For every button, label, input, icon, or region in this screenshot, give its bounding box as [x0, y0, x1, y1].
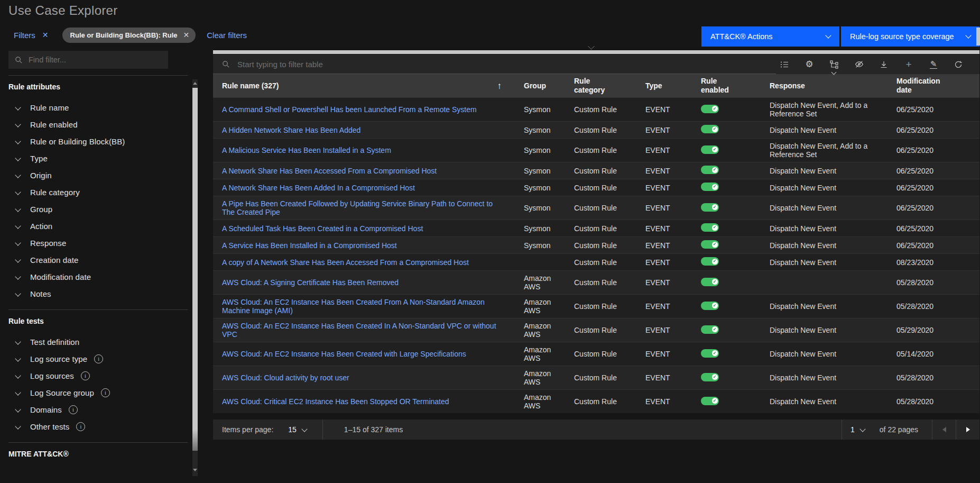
- info-icon[interactable]: i: [81, 371, 90, 380]
- add-icon[interactable]: +: [900, 56, 917, 73]
- column-header-type[interactable]: Type: [637, 81, 692, 90]
- chevron-down-icon[interactable]: [301, 426, 307, 432]
- column-header-rule-name[interactable]: Rule name (327)↑: [213, 81, 515, 90]
- edit-icon[interactable]: ✎: [925, 56, 942, 73]
- rule-name-link[interactable]: A Network Share Has Been Accessed From a…: [222, 167, 437, 175]
- cell-response: Dispatch New Event: [761, 370, 888, 385]
- column-header-modification-date[interactable]: Modification date: [888, 77, 979, 95]
- sidebar-filter-item[interactable]: Action: [8, 217, 188, 234]
- rule-enabled-toggle[interactable]: ✓: [701, 302, 719, 310]
- sidebar-filter-item[interactable]: Log source typei: [8, 350, 188, 367]
- rule-enabled-toggle[interactable]: ✓: [701, 257, 719, 266]
- column-header-response[interactable]: Response: [761, 81, 888, 90]
- previous-page-button[interactable]: [932, 420, 956, 440]
- rule-enabled-toggle[interactable]: ✓: [701, 166, 719, 174]
- coverage-dropdown[interactable]: Rule-log source type coverage: [841, 26, 979, 47]
- sidebar-filter-item[interactable]: Origin: [8, 167, 188, 184]
- sort-ascending-icon[interactable]: ↑: [497, 81, 502, 90]
- filter-tag[interactable]: Rule or Building Block(BB): Rule ✕: [62, 28, 196, 43]
- rule-enabled-toggle[interactable]: ✓: [701, 125, 719, 133]
- rule-name-link[interactable]: A Scheduled Task Has Been Created in a C…: [222, 224, 423, 233]
- rule-enabled-toggle[interactable]: ✓: [701, 145, 719, 154]
- rule-enabled-toggle[interactable]: ✓: [701, 240, 719, 249]
- sidebar-filter-item[interactable]: Test definition: [8, 333, 188, 350]
- info-icon[interactable]: i: [94, 354, 103, 363]
- find-filter-input[interactable]: Find filter...: [8, 51, 168, 69]
- list-icon[interactable]: [776, 56, 793, 73]
- cell-group: Amazon AWS: [515, 342, 566, 366]
- sidebar-scrollbar[interactable]: [192, 79, 198, 476]
- clear-filters-link[interactable]: Clear filters: [207, 31, 247, 40]
- sidebar-filter-item[interactable]: Log Source groupi: [8, 384, 188, 401]
- rule-name-link[interactable]: A Service Has Been Installed in a Compro…: [222, 241, 397, 250]
- sidebar-filter-item[interactable]: Type: [8, 150, 188, 167]
- download-icon[interactable]: [875, 56, 892, 73]
- cell-rule-category: Custom Rule: [566, 370, 637, 385]
- scrollbar-down-arrow-icon[interactable]: [193, 469, 197, 471]
- page-size-value[interactable]: 15: [288, 425, 297, 434]
- table-filter-input[interactable]: Start typing to filter table: [213, 54, 776, 74]
- toggle-check-icon: ✓: [712, 303, 718, 308]
- rule-enabled-toggle[interactable]: ✓: [701, 325, 719, 334]
- sidebar-filter-item[interactable]: Other testsi: [8, 418, 188, 435]
- sidebar-filter-item[interactable]: Modification date: [8, 268, 188, 285]
- data-flow-dropdown-icon[interactable]: [826, 56, 843, 73]
- rule-name-link[interactable]: A Malicious Service Has Been Installed i…: [222, 146, 391, 154]
- cell-response: Dispatch New Event: [761, 201, 888, 215]
- caret-right-icon: [966, 427, 970, 432]
- table-body: A Command Shell or Powershell Has been L…: [213, 97, 979, 413]
- sidebar-filter-item[interactable]: Group: [8, 201, 188, 217]
- sidebar-scrollbar-thumb[interactable]: [192, 88, 198, 451]
- rule-enabled-toggle[interactable]: ✓: [701, 105, 719, 113]
- rule-enabled-toggle[interactable]: ✓: [701, 373, 719, 381]
- sidebar-filter-item[interactable]: Domainsi: [8, 401, 188, 418]
- info-icon[interactable]: i: [69, 405, 78, 414]
- panel-chevron-down-icon[interactable]: [588, 43, 595, 50]
- reset-icon[interactable]: [950, 56, 967, 73]
- column-header-group[interactable]: Group: [515, 81, 566, 90]
- sidebar-filter-item[interactable]: Log sourcesi: [8, 367, 188, 384]
- filter-tag-close-icon[interactable]: ✕: [183, 31, 190, 39]
- settings-gear-icon[interactable]: ⚙: [801, 56, 818, 73]
- sidebar-filter-item[interactable]: Response: [8, 234, 188, 251]
- rule-enabled-toggle[interactable]: ✓: [701, 349, 719, 358]
- rule-name-link[interactable]: AWS Cloud: An EC2 Instance Has Been Crea…: [222, 298, 485, 315]
- scrollbar-up-arrow-icon[interactable]: [193, 82, 197, 85]
- sidebar-filter-item[interactable]: Rule enabled: [8, 116, 188, 133]
- page-number-select[interactable]: 1: [842, 420, 873, 440]
- column-header-rule-enabled[interactable]: Rule enabled: [692, 77, 761, 95]
- column-header-label: Modification date: [896, 77, 947, 95]
- rule-name-link[interactable]: A Hidden Network Share Has Been Added: [222, 126, 360, 134]
- page-scrollbar[interactable]: [976, 28, 980, 45]
- sidebar-filter-item[interactable]: Rule category: [8, 184, 188, 201]
- horizontal-scrollbar[interactable]: [213, 50, 979, 54]
- sidebar-filter-item[interactable]: Creation date: [8, 251, 188, 268]
- next-page-button[interactable]: [956, 420, 979, 440]
- rule-name-link[interactable]: A Network Share Has Been Added In a Comp…: [222, 184, 415, 192]
- column-header-rule-category[interactable]: Rule category: [566, 77, 637, 95]
- info-icon[interactable]: i: [101, 388, 110, 397]
- sidebar-filter-item[interactable]: Notes: [8, 285, 188, 302]
- sidebar-filter-label: Modification date: [30, 272, 91, 281]
- rule-name-link[interactable]: A Command Shell or Powershell Has been L…: [222, 105, 477, 114]
- rule-enabled-toggle[interactable]: ✓: [701, 223, 719, 232]
- rule-name-link[interactable]: AWS Cloud: An EC2 Instance Has Been Crea…: [222, 350, 466, 358]
- close-icon[interactable]: ✕: [42, 31, 49, 39]
- filters-toggle[interactable]: Filters ✕: [14, 31, 49, 40]
- sidebar-filter-item[interactable]: Rule name: [8, 99, 188, 116]
- rule-name-link[interactable]: A copy of A Network Share Has Been Acces…: [222, 258, 469, 267]
- rule-name-link[interactable]: AWS Cloud: A Signing Certificate Has Bee…: [222, 278, 399, 287]
- sidebar-filter-item[interactable]: Rule or Building Block(BB): [8, 133, 188, 150]
- rule-name-link[interactable]: AWS Cloud: Critical EC2 Instance Has Bee…: [222, 397, 449, 406]
- rule-enabled-toggle[interactable]: ✓: [701, 278, 719, 286]
- info-icon[interactable]: i: [76, 422, 85, 431]
- rule-enabled-toggle[interactable]: ✓: [701, 203, 719, 212]
- rule-enabled-toggle[interactable]: ✓: [701, 183, 719, 191]
- rule-name-link[interactable]: AWS Cloud: Cloud activity by root user: [222, 373, 349, 382]
- cell-modification-date: 05/28/2020: [888, 394, 979, 409]
- rule-enabled-toggle[interactable]: ✓: [701, 397, 719, 405]
- rule-name-link[interactable]: AWS Cloud: An EC2 Instance Has Been Crea…: [222, 322, 496, 339]
- view-off-icon[interactable]: [850, 56, 867, 73]
- attack-actions-dropdown[interactable]: ATT&CK® Actions: [701, 26, 839, 47]
- rule-name-link[interactable]: A Pipe Has Been Created Followed by Upda…: [222, 199, 493, 216]
